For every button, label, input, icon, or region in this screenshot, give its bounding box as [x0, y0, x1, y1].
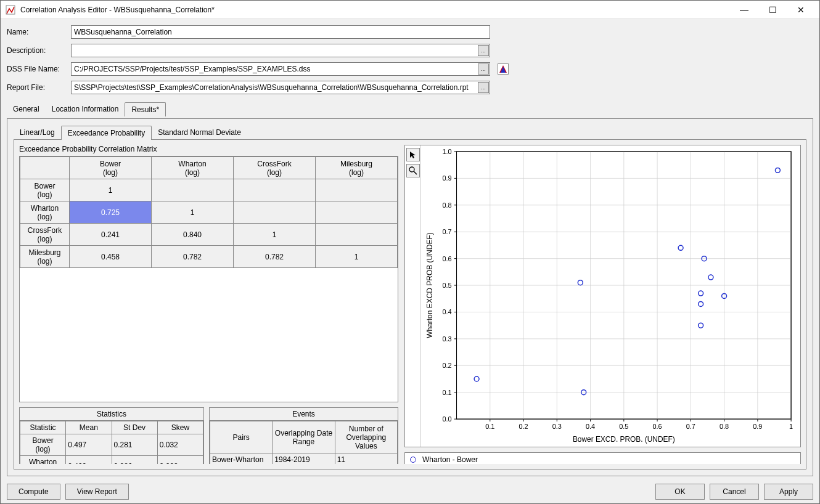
stats-cell[interactable]: 0.281 [112, 434, 157, 456]
matrix-cell[interactable]: 0.782 [152, 246, 234, 268]
svg-text:0.2: 0.2 [442, 362, 451, 369]
matrix-cell[interactable]: 1 [152, 201, 234, 224]
tab-general[interactable]: General [7, 102, 46, 116]
stats-header: Statistic [20, 421, 66, 434]
events-body[interactable]: PairsOverlapping Date RangeNumber of Ove… [210, 421, 398, 464]
description-label: Description: [7, 46, 66, 55]
subtab-exceedance-probability[interactable]: Exceedance Probability [61, 126, 152, 140]
stats-cell[interactable]: 0.286 [112, 456, 157, 465]
svg-line-6 [414, 171, 417, 174]
tab-results[interactable]: Results* [125, 102, 166, 116]
window-title: Correlation Analysis Editor - WBSusqueha… [20, 6, 736, 14]
sub-tabs: Linear/Log Exceedance Probability Standa… [14, 125, 806, 139]
subtab-linear-log[interactable]: Linear/Log [14, 126, 61, 139]
events-cell[interactable]: 1984-2019 [273, 453, 335, 465]
stats-cell[interactable]: 0.497 [66, 434, 112, 456]
name-field[interactable]: WBSusquehanna_Correlation [71, 25, 490, 39]
svg-text:1: 1 [789, 423, 793, 430]
matrix-cell[interactable] [316, 179, 398, 201]
zoom-tool-button[interactable] [406, 164, 420, 177]
matrix-cell[interactable]: 1 [234, 224, 316, 246]
svg-text:Bower EXCD. PROB. (UNDEF): Bower EXCD. PROB. (UNDEF) [573, 435, 675, 444]
svg-text:0.3: 0.3 [552, 423, 562, 430]
matrix-cell[interactable]: 1 [316, 246, 398, 268]
dss-label: DSS File Name: [7, 65, 66, 73]
correlation-matrix[interactable]: Bower(log)Wharton(log)CrossFork(log)Mile… [19, 156, 398, 402]
svg-text:0.3: 0.3 [442, 335, 451, 343]
statistics-box: Statistics StatisticMeanSt DevSkewBower(… [19, 407, 204, 464]
dss-ellipsis-button[interactable]: ... [478, 63, 489, 75]
stats-header: Mean [66, 421, 112, 434]
scatter-chart[interactable]: 0.10.20.30.40.50.60.70.80.910.00.10.20.3… [404, 145, 801, 447]
description-row: Description: ... [7, 44, 813, 57]
matrix-cell[interactable]: 0.241 [70, 224, 152, 246]
description-field[interactable]: ... [71, 44, 490, 57]
ok-button[interactable]: OK [655, 484, 705, 500]
events-title: Events [210, 408, 398, 421]
matrix-cell[interactable] [316, 201, 398, 224]
svg-marker-4 [410, 152, 416, 158]
events-cell[interactable]: Bower-Wharton [210, 453, 273, 465]
events-header: Number of Overlapping Values [335, 421, 397, 453]
matrix-row-header: CrossFork(log) [20, 224, 70, 246]
report-field[interactable]: S\SSP\Projects\test\SSP_Examples\Correla… [71, 81, 490, 94]
stats-cell[interactable]: 0.499 [66, 456, 112, 465]
close-button[interactable]: ✕ [792, 5, 810, 15]
legend-marker-icon [410, 457, 416, 463]
svg-text:0.1: 0.1 [485, 423, 494, 430]
svg-text:0.7: 0.7 [442, 228, 451, 235]
stats-row-label: Wharton(log) [20, 456, 66, 465]
svg-text:0.0: 0.0 [442, 415, 451, 423]
svg-text:0.2: 0.2 [519, 423, 528, 430]
stats-header: Skew [157, 421, 203, 434]
stats-row-label: Bower(log) [20, 434, 66, 456]
matrix-cell[interactable]: 0.458 [70, 246, 152, 268]
svg-text:0.1: 0.1 [442, 389, 451, 396]
stats-header: St Dev [112, 421, 157, 434]
legend-label: Wharton - Bower [422, 455, 478, 464]
svg-text:0.5: 0.5 [442, 282, 451, 289]
minimize-button[interactable]: — [736, 5, 753, 15]
plot-dss-icon[interactable] [498, 63, 509, 75]
tab-location-information[interactable]: Location Information [46, 102, 125, 116]
stats-cell[interactable]: 0.032 [157, 434, 203, 456]
chart-toolbar [405, 145, 421, 447]
events-header: Pairs [210, 421, 273, 453]
cancel-button[interactable]: Cancel [710, 484, 759, 500]
matrix-cell[interactable]: 1 [70, 179, 152, 201]
matrix-title: Exceedance Probability Correlation Matri… [19, 145, 398, 153]
events-header: Overlapping Date Range [273, 421, 335, 453]
matrix-cell[interactable] [234, 179, 316, 201]
title-bar: Correlation Analysis Editor - WBSusqueha… [1, 1, 819, 19]
description-ellipsis-button[interactable]: ... [478, 45, 489, 56]
app-icon [6, 5, 15, 15]
events-cell[interactable]: 11 [335, 453, 397, 465]
subtab-standard-normal-deviate[interactable]: Standard Normal Deviate [152, 126, 247, 139]
view-report-button[interactable]: View Report [65, 484, 129, 500]
name-label: Name: [7, 28, 66, 36]
apply-button[interactable]: Apply [764, 484, 813, 500]
dss-field[interactable]: C:/PROJECTS/SSP/Projects/test/SSP_Exampl… [71, 62, 490, 76]
svg-text:0.9: 0.9 [442, 174, 451, 182]
matrix-col-header: CrossFork(log) [234, 157, 316, 179]
matrix-cell[interactable] [316, 224, 398, 246]
pointer-tool-button[interactable] [406, 148, 420, 161]
compute-button[interactable]: Compute [7, 484, 60, 500]
svg-text:0.6: 0.6 [652, 423, 662, 430]
matrix-cell[interactable]: 0.840 [152, 224, 234, 246]
svg-text:Wharton EXCD PROB (UNDEF): Wharton EXCD PROB (UNDEF) [425, 232, 434, 338]
svg-text:0.5: 0.5 [619, 423, 628, 430]
matrix-cell[interactable] [234, 201, 316, 224]
statistics-title: Statistics [20, 408, 203, 421]
svg-text:0.8: 0.8 [720, 423, 729, 430]
statistics-body[interactable]: StatisticMeanSt DevSkewBower(log)0.4970.… [20, 421, 203, 464]
matrix-cell[interactable]: 0.725 [70, 201, 152, 224]
events-box: Events PairsOverlapping Date RangeNumber… [209, 407, 398, 464]
matrix-cell[interactable] [152, 179, 234, 201]
report-ellipsis-button[interactable]: ... [478, 82, 489, 93]
maximize-button[interactable]: ☐ [764, 5, 781, 15]
svg-point-5 [409, 167, 414, 172]
chart-legend: Wharton - Bower [404, 452, 801, 464]
stats-cell[interactable]: 0.022 [157, 456, 203, 465]
matrix-cell[interactable]: 0.782 [234, 246, 316, 268]
